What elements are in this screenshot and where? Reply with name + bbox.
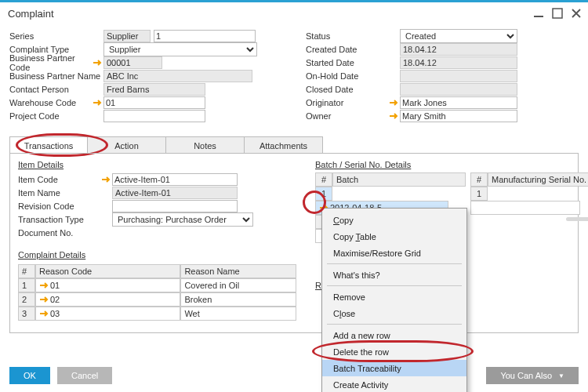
menu-whats-this[interactable]: What's this?: [322, 267, 466, 283]
reason-row[interactable]: 3 03 Wet: [18, 307, 296, 321]
onhold-date-value: [400, 70, 517, 82]
svg-rect-0: [534, 16, 543, 17]
mserial-cell: [470, 201, 580, 215]
item-code-input[interactable]: [112, 173, 238, 186]
originator-label: Originator: [306, 98, 389, 107]
link-arrow-icon[interactable]: [389, 112, 400, 120]
window-title: Complaint: [8, 8, 54, 20]
reason-row[interactable]: 1 01 Covered in Oil: [18, 278, 296, 292]
reason-table: # Reason Code Reason Name 1 01 Covered i…: [18, 264, 296, 321]
contact-person-value[interactable]: Fred Barns: [103, 83, 205, 96]
scroll-indicator: [566, 217, 588, 221]
warehouse-code-input[interactable]: [103, 96, 205, 109]
title-bar: Complaint: [0, 2, 588, 24]
menu-separator: [327, 324, 462, 325]
mserial-col-header[interactable]: Manufacturing Serial No.: [488, 172, 588, 187]
bp-code-value[interactable]: 00001: [103, 56, 162, 69]
series-value[interactable]: Supplier: [103, 30, 151, 42]
reason-code-cell: 02: [50, 295, 60, 304]
bp-name-value: ABC Inc: [103, 70, 252, 82]
warehouse-label: Warehouse Code: [9, 98, 93, 107]
reason-code-cell: 01: [50, 281, 60, 290]
reason-row-index: 1: [18, 278, 35, 292]
complaint-details-heading: Complaint Details: [18, 250, 296, 260]
link-arrow-icon[interactable]: [39, 296, 50, 303]
batch-row-index: 1: [315, 187, 332, 201]
originator-input[interactable]: [400, 96, 517, 109]
series-number-input[interactable]: [154, 30, 256, 42]
you-can-also-button[interactable]: You Can Also▼: [486, 367, 579, 384]
link-arrow-icon[interactable]: [93, 99, 103, 107]
menu-close[interactable]: Close: [322, 305, 466, 321]
item-name-label: Item Name: [18, 188, 112, 198]
status-select[interactable]: Created: [400, 29, 517, 43]
mserial-grid: # Manufacturing Serial No. 1: [470, 172, 588, 243]
cancel-button[interactable]: Cancel: [57, 367, 112, 384]
ok-button[interactable]: OK: [9, 367, 50, 384]
chevron-down-icon: ▼: [558, 372, 564, 379]
started-date-label: Started Date: [306, 58, 400, 67]
reason-col-code[interactable]: Reason Code: [35, 264, 180, 278]
header-right-group: Status Created Created Date 18.04.12 Sta…: [306, 29, 579, 122]
owner-input[interactable]: [400, 110, 517, 122]
link-arrow-icon[interactable]: [39, 281, 50, 289]
tab-strip: Transactions Action Notes Attachments: [9, 136, 579, 154]
minimize-icon[interactable]: [533, 8, 544, 19]
tab-notes[interactable]: Notes: [166, 136, 245, 154]
batch-col-hash: #: [315, 172, 332, 187]
tab-action[interactable]: Action: [88, 136, 166, 154]
status-label: Status: [306, 31, 400, 41]
reason-name-cell: Covered in Oil: [180, 278, 296, 292]
header-left-group: Series Supplier Complaint Type Supplier …: [9, 29, 282, 122]
svg-rect-1: [553, 9, 562, 18]
created-date-value: 18.04.12: [400, 43, 517, 56]
menu-delete-row[interactable]: Delete the row: [322, 343, 466, 360]
tab-transactions[interactable]: Transactions: [9, 136, 88, 154]
project-code-input[interactable]: [103, 110, 205, 122]
batch-serial-heading: Batch / Serial No. Details: [315, 160, 588, 169]
menu-copy[interactable]: Copy: [322, 212, 466, 228]
series-label: Series: [9, 31, 103, 41]
menu-add-row[interactable]: Add a new row: [322, 327, 466, 343]
tab-attachments[interactable]: Attachments: [245, 136, 323, 154]
complaint-type-select[interactable]: Supplier: [103, 42, 257, 56]
onhold-date-label: On-Hold Date: [306, 71, 400, 81]
menu-remove[interactable]: Remove: [322, 289, 466, 305]
mserial-col-hash: #: [470, 172, 488, 187]
reason-row[interactable]: 2 02 Broken: [18, 292, 296, 307]
closed-date-value: [400, 83, 517, 96]
maximize-icon[interactable]: [552, 8, 563, 19]
menu-copy-table[interactable]: Copy Table: [322, 228, 466, 245]
started-date-value: 18.04.12: [400, 56, 517, 69]
item-name-value: Active-Item-01: [112, 187, 238, 199]
link-arrow-icon[interactable]: [93, 59, 103, 67]
reason-code-cell: 03: [50, 309, 60, 318]
item-details-heading: Item Details: [18, 160, 296, 169]
contact-person-label: Contact Person: [9, 85, 103, 94]
batch-col-batch[interactable]: Batch: [332, 172, 466, 187]
reason-col-hash: #: [18, 264, 35, 278]
bp-code-label: Business Partner Code: [9, 53, 93, 72]
you-can-also-label: You Can Also: [500, 371, 552, 380]
link-arrow-icon[interactable]: [101, 176, 112, 183]
bp-name-label: Business Partner Name: [9, 71, 103, 81]
document-no-label: Document No.: [18, 228, 112, 238]
reason-col-name[interactable]: Reason Name: [180, 264, 296, 278]
menu-separator: [327, 285, 462, 286]
tab-body-transactions: Item Details Item Code Item Name Active-…: [9, 153, 579, 333]
revision-code-input[interactable]: [112, 200, 238, 212]
menu-maximise-restore[interactable]: Maximise/Restore Grid: [322, 245, 466, 261]
reason-row-index: 2: [18, 292, 35, 307]
reason-name-cell: Broken: [180, 292, 296, 307]
mserial-row-index: 1: [470, 187, 488, 201]
link-arrow-icon[interactable]: [389, 99, 400, 107]
item-code-label: Item Code: [18, 175, 101, 184]
reason-name-cell: Wet: [180, 307, 296, 321]
project-code-label: Project Code: [9, 111, 103, 121]
close-icon[interactable]: [571, 8, 582, 19]
link-arrow-icon[interactable]: [39, 310, 50, 318]
transaction-type-select[interactable]: Purchasing: Purchase Order: [112, 212, 253, 227]
footer: OK Cancel You Can Also▼: [9, 367, 579, 384]
closed-date-label: Closed Date: [306, 85, 400, 94]
mserial-row[interactable]: 1: [470, 187, 588, 215]
